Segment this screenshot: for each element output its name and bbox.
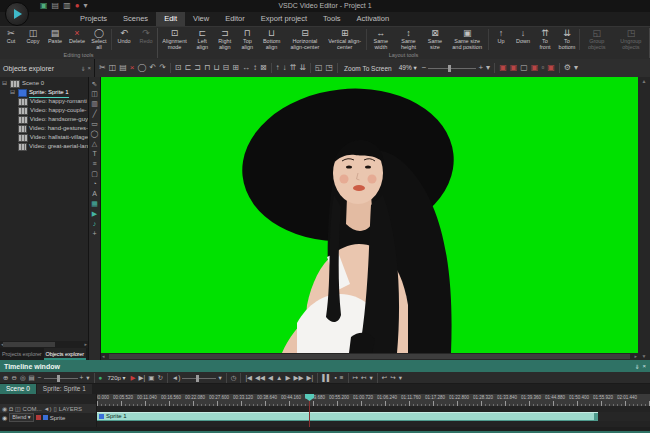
slider-thumb[interactable] bbox=[448, 65, 451, 72]
canvas-vscrollbar[interactable]: ▲ ▼ bbox=[638, 77, 650, 360]
counter-tool-icon[interactable]: A bbox=[92, 189, 97, 199]
copy-layer-icon[interactable]: ◫ bbox=[15, 405, 21, 412]
volume-dropdown-icon[interactable]: ▾ bbox=[217, 373, 222, 383]
toolbar-more-icon[interactable]: ▾ bbox=[485, 61, 491, 75]
open-project-icon[interactable]: ▤ bbox=[52, 1, 60, 11]
chroma-key-icon[interactable]: ▣ bbox=[530, 61, 540, 75]
objects-panel-hscrollbar[interactable]: ◂ ▸ bbox=[0, 341, 88, 348]
same-size-icon[interactable]: ⊠ bbox=[259, 61, 268, 75]
timeline-ruler[interactable]: 00:00.00000:05.52000:11.04000:16.56000:2… bbox=[97, 394, 650, 406]
same-height-icon[interactable]: ↕ bbox=[252, 61, 258, 75]
down-icon[interactable]: ↓ bbox=[282, 61, 288, 75]
vertical-align-center-button[interactable]: ⊞Vertical align-center bbox=[325, 27, 365, 52]
select-all-button[interactable]: ◯Select all bbox=[88, 27, 110, 52]
cursor-edit-icon[interactable]: ▣ bbox=[498, 61, 508, 75]
top-align-button[interactable]: ⊓Top align bbox=[236, 27, 258, 52]
effects-icon[interactable]: ▣ bbox=[546, 61, 556, 75]
cut-button[interactable]: ✂Cut bbox=[0, 27, 22, 52]
quick-access-dropdown-icon[interactable]: ▾ bbox=[84, 1, 88, 11]
select-region-icon[interactable]: ▫ bbox=[540, 61, 545, 75]
sprite-tool-icon[interactable]: ◫ bbox=[91, 89, 98, 99]
menu-tab-export-project[interactable]: Export project bbox=[253, 12, 315, 26]
cut-out-icon[interactable]: ▪ bbox=[333, 373, 337, 383]
to-bottom-icon[interactable]: ⇊ bbox=[298, 61, 307, 75]
alignment-mode-icon[interactable]: ⊡ bbox=[174, 61, 183, 75]
volume-slider[interactable] bbox=[182, 372, 216, 384]
down-button[interactable]: ↓Down bbox=[512, 27, 534, 52]
redo-icon[interactable]: ↷ bbox=[158, 61, 167, 75]
marker-in-icon[interactable]: ↦ bbox=[352, 373, 359, 383]
preview-quality-dropdown[interactable]: 720p ▾ bbox=[105, 374, 129, 381]
expander-icon[interactable]: ⊟ bbox=[2, 79, 8, 88]
preview-play-icon[interactable]: ▶ bbox=[130, 373, 137, 383]
tl-more-dropdown-icon[interactable]: ▾ bbox=[398, 373, 403, 383]
tree-item-video-5[interactable]: Video: hallstatt-village bbox=[2, 133, 88, 142]
marker-dropdown-icon[interactable]: ▾ bbox=[368, 373, 373, 383]
cut-icon[interactable]: ✂ bbox=[98, 61, 107, 75]
tl-undo-icon[interactable]: ↩ bbox=[381, 373, 388, 383]
slider-thumb[interactable] bbox=[196, 375, 199, 382]
volume-icon[interactable]: ◄) bbox=[171, 373, 182, 383]
scroll-right-icon[interactable]: ▸ bbox=[84, 341, 87, 348]
to-front-button[interactable]: ⇈To front bbox=[534, 27, 556, 52]
horizontal-align-center-button[interactable]: ⊟Horizontal align-center bbox=[285, 27, 325, 52]
snap-icon[interactable]: ≡ bbox=[339, 373, 345, 383]
tree-item-video-4[interactable]: Video: hand-gestures- bbox=[2, 124, 88, 133]
add-video-tool-icon[interactable]: ▶ bbox=[92, 209, 97, 219]
add-audio-tool-icon[interactable]: ♪ bbox=[93, 219, 97, 229]
tree-item-video-6[interactable]: Video: great-aerial-lan bbox=[2, 142, 88, 151]
close-icon[interactable]: × bbox=[642, 363, 646, 370]
chart-tool-icon[interactable]: ◔ bbox=[92, 179, 96, 189]
tl-zoom-slider[interactable] bbox=[44, 372, 78, 384]
close-icon[interactable]: × bbox=[87, 65, 91, 72]
loop-icon[interactable]: ↻ bbox=[156, 373, 163, 383]
save-project-icon[interactable]: ▥ bbox=[63, 1, 71, 11]
tree-item-video-1[interactable]: Video: happy-romanti bbox=[2, 97, 88, 106]
text-tool-icon[interactable]: T bbox=[92, 149, 96, 159]
top-align-icon[interactable]: ⊓ bbox=[203, 61, 211, 75]
bottom-align-icon[interactable]: ⊔ bbox=[212, 61, 220, 75]
tl-zoom-in-icon[interactable]: ⊕ bbox=[2, 373, 9, 383]
duplicate-tool-icon[interactable]: ▥ bbox=[91, 99, 98, 109]
alignment-mode-button[interactable]: ⊡Alignment mode bbox=[158, 27, 191, 52]
crop-icon[interactable]: ▢ bbox=[519, 61, 529, 75]
clock-icon[interactable]: ◷ bbox=[230, 373, 238, 383]
explorer-tab-projects-explorer[interactable]: Projects explorer bbox=[0, 348, 44, 360]
canvas-hscrollbar[interactable]: ◂ ▸ bbox=[101, 353, 638, 360]
blend-dropdown[interactable]: Blend ▾ bbox=[9, 413, 33, 422]
v-align-center-icon[interactable]: ⊞ bbox=[231, 61, 240, 75]
scroll-down-icon[interactable]: ▼ bbox=[642, 353, 647, 359]
menu-tab-view[interactable]: View bbox=[185, 12, 217, 26]
go-end-icon[interactable]: ▶| bbox=[306, 373, 315, 383]
tl-zoom-plus-icon[interactable]: + bbox=[79, 373, 85, 383]
select-all-icon[interactable]: ◯ bbox=[137, 61, 148, 75]
delete-button[interactable]: ×Delete bbox=[66, 27, 88, 52]
tl-zoom-fit-icon[interactable]: ◎ bbox=[19, 373, 27, 383]
menu-tab-activation[interactable]: Activation bbox=[349, 12, 398, 26]
slider-thumb[interactable] bbox=[57, 375, 60, 382]
menu-tab-editor[interactable]: Editor bbox=[217, 12, 253, 26]
eye-icon[interactable]: ◉ bbox=[2, 405, 7, 412]
timeline-tab-scene-0[interactable]: Scene 0 bbox=[0, 384, 36, 394]
expander-icon[interactable]: ⊟ bbox=[10, 88, 16, 97]
timeline-tab-sprite--sprite-1[interactable]: Sprite: Sprite 1 bbox=[37, 384, 92, 394]
clip-resize-handle[interactable] bbox=[594, 413, 598, 420]
left-align-icon[interactable]: ⊏ bbox=[184, 61, 193, 75]
ellipse-tool-icon[interactable]: ◯ bbox=[91, 129, 99, 139]
tl-zoom-out-icon[interactable]: ⊖ bbox=[10, 373, 17, 383]
play-icon[interactable]: ▶ bbox=[285, 373, 292, 383]
right-align-button[interactable]: ⊐Right align bbox=[213, 27, 236, 52]
pin-icon[interactable]: ⇓ bbox=[634, 363, 639, 370]
quality-dot-icon[interactable]: ● bbox=[98, 373, 104, 383]
zoom-plus-icon[interactable]: + bbox=[477, 61, 484, 75]
scroll-thumb[interactable] bbox=[109, 354, 630, 359]
subtitles-tool-icon[interactable]: ≡ bbox=[92, 159, 96, 169]
zoom-to-screen-button[interactable]: Zoom To Screen bbox=[341, 65, 395, 72]
scroll-up-icon[interactable]: ▲ bbox=[642, 78, 647, 84]
same-size-and-position-button[interactable]: ▣Same size and position bbox=[447, 27, 487, 52]
bottom-align-button[interactable]: ⊔Bottom align bbox=[258, 27, 285, 52]
scroll-left-icon[interactable]: ◂ bbox=[102, 353, 105, 360]
sprite-clip[interactable]: Sprite 1 bbox=[97, 412, 598, 421]
fast-forward-icon[interactable]: ▶▶ bbox=[293, 373, 305, 383]
menu-tab-scenes[interactable]: Scenes bbox=[115, 12, 156, 26]
